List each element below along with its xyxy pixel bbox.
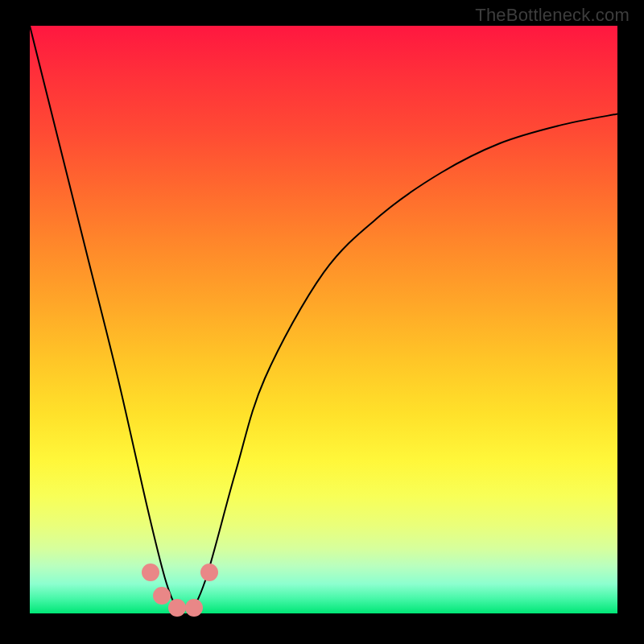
curve-marker <box>142 564 159 581</box>
chart-frame: TheBottleneck.com <box>0 0 644 644</box>
curve-marker <box>200 564 218 581</box>
watermark-text: TheBottleneck.com <box>475 5 630 26</box>
curve-marker <box>185 599 203 617</box>
curve-marker <box>168 599 186 617</box>
bottleneck-curve <box>30 26 617 613</box>
